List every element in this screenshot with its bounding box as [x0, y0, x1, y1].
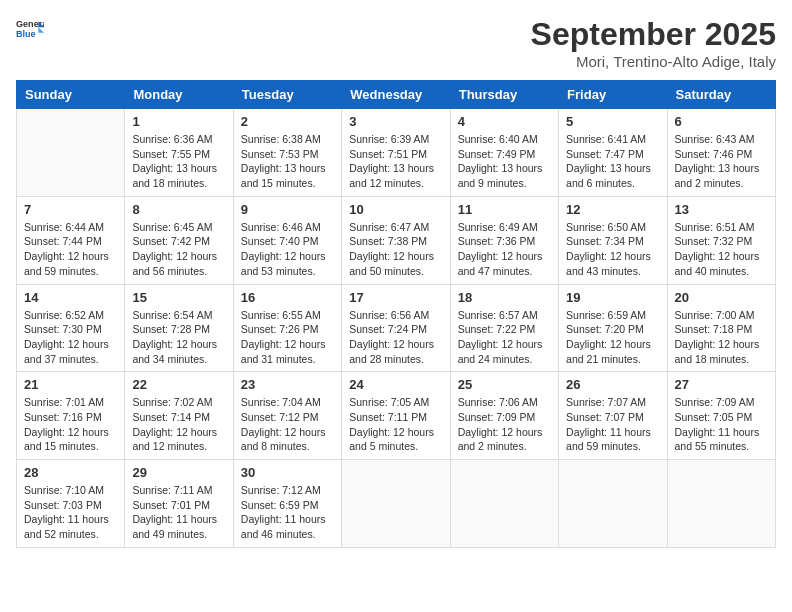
calendar-cell: 12Sunrise: 6:50 AM Sunset: 7:34 PM Dayli…: [559, 196, 667, 284]
svg-text:Blue: Blue: [16, 29, 36, 39]
calendar-cell: [17, 109, 125, 197]
day-info: Sunrise: 6:55 AM Sunset: 7:26 PM Dayligh…: [241, 308, 334, 367]
calendar-cell: 21Sunrise: 7:01 AM Sunset: 7:16 PM Dayli…: [17, 372, 125, 460]
day-number: 19: [566, 290, 659, 305]
calendar-cell: 1Sunrise: 6:36 AM Sunset: 7:55 PM Daylig…: [125, 109, 233, 197]
day-number: 27: [675, 377, 768, 392]
calendar-cell: 8Sunrise: 6:45 AM Sunset: 7:42 PM Daylig…: [125, 196, 233, 284]
day-number: 30: [241, 465, 334, 480]
day-number: 8: [132, 202, 225, 217]
calendar-cell: 22Sunrise: 7:02 AM Sunset: 7:14 PM Dayli…: [125, 372, 233, 460]
calendar-cell: 26Sunrise: 7:07 AM Sunset: 7:07 PM Dayli…: [559, 372, 667, 460]
day-info: Sunrise: 6:36 AM Sunset: 7:55 PM Dayligh…: [132, 132, 225, 191]
calendar-cell: 3Sunrise: 6:39 AM Sunset: 7:51 PM Daylig…: [342, 109, 450, 197]
day-info: Sunrise: 6:38 AM Sunset: 7:53 PM Dayligh…: [241, 132, 334, 191]
calendar-cell: [667, 460, 775, 548]
day-info: Sunrise: 7:09 AM Sunset: 7:05 PM Dayligh…: [675, 395, 768, 454]
day-info: Sunrise: 6:46 AM Sunset: 7:40 PM Dayligh…: [241, 220, 334, 279]
day-number: 12: [566, 202, 659, 217]
weekday-header-wednesday: Wednesday: [342, 81, 450, 109]
day-number: 20: [675, 290, 768, 305]
day-number: 16: [241, 290, 334, 305]
calendar-cell: 27Sunrise: 7:09 AM Sunset: 7:05 PM Dayli…: [667, 372, 775, 460]
day-number: 7: [24, 202, 117, 217]
day-info: Sunrise: 6:47 AM Sunset: 7:38 PM Dayligh…: [349, 220, 442, 279]
day-number: 9: [241, 202, 334, 217]
day-info: Sunrise: 6:44 AM Sunset: 7:44 PM Dayligh…: [24, 220, 117, 279]
calendar-cell: 6Sunrise: 6:43 AM Sunset: 7:46 PM Daylig…: [667, 109, 775, 197]
page-header: General Blue September 2025 Mori, Trenti…: [16, 16, 776, 70]
calendar-cell: [450, 460, 558, 548]
day-number: 5: [566, 114, 659, 129]
weekday-header-row: SundayMondayTuesdayWednesdayThursdayFrid…: [17, 81, 776, 109]
calendar-cell: 20Sunrise: 7:00 AM Sunset: 7:18 PM Dayli…: [667, 284, 775, 372]
calendar-cell: 4Sunrise: 6:40 AM Sunset: 7:49 PM Daylig…: [450, 109, 558, 197]
day-number: 11: [458, 202, 551, 217]
calendar-cell: 19Sunrise: 6:59 AM Sunset: 7:20 PM Dayli…: [559, 284, 667, 372]
calendar-week-row: 14Sunrise: 6:52 AM Sunset: 7:30 PM Dayli…: [17, 284, 776, 372]
day-info: Sunrise: 7:05 AM Sunset: 7:11 PM Dayligh…: [349, 395, 442, 454]
calendar-cell: 16Sunrise: 6:55 AM Sunset: 7:26 PM Dayli…: [233, 284, 341, 372]
weekday-header-sunday: Sunday: [17, 81, 125, 109]
day-number: 21: [24, 377, 117, 392]
calendar-cell: 17Sunrise: 6:56 AM Sunset: 7:24 PM Dayli…: [342, 284, 450, 372]
calendar-week-row: 1Sunrise: 6:36 AM Sunset: 7:55 PM Daylig…: [17, 109, 776, 197]
day-info: Sunrise: 6:56 AM Sunset: 7:24 PM Dayligh…: [349, 308, 442, 367]
calendar-week-row: 21Sunrise: 7:01 AM Sunset: 7:16 PM Dayli…: [17, 372, 776, 460]
calendar-cell: [559, 460, 667, 548]
day-info: Sunrise: 6:59 AM Sunset: 7:20 PM Dayligh…: [566, 308, 659, 367]
calendar-cell: 29Sunrise: 7:11 AM Sunset: 7:01 PM Dayli…: [125, 460, 233, 548]
title-area: September 2025 Mori, Trentino-Alto Adige…: [531, 16, 776, 70]
day-number: 10: [349, 202, 442, 217]
calendar-cell: 11Sunrise: 6:49 AM Sunset: 7:36 PM Dayli…: [450, 196, 558, 284]
day-number: 3: [349, 114, 442, 129]
calendar-cell: 28Sunrise: 7:10 AM Sunset: 7:03 PM Dayli…: [17, 460, 125, 548]
day-info: Sunrise: 6:54 AM Sunset: 7:28 PM Dayligh…: [132, 308, 225, 367]
day-info: Sunrise: 6:39 AM Sunset: 7:51 PM Dayligh…: [349, 132, 442, 191]
day-info: Sunrise: 7:06 AM Sunset: 7:09 PM Dayligh…: [458, 395, 551, 454]
day-info: Sunrise: 7:07 AM Sunset: 7:07 PM Dayligh…: [566, 395, 659, 454]
day-number: 28: [24, 465, 117, 480]
day-info: Sunrise: 6:50 AM Sunset: 7:34 PM Dayligh…: [566, 220, 659, 279]
location-title: Mori, Trentino-Alto Adige, Italy: [531, 53, 776, 70]
day-info: Sunrise: 7:02 AM Sunset: 7:14 PM Dayligh…: [132, 395, 225, 454]
day-info: Sunrise: 7:04 AM Sunset: 7:12 PM Dayligh…: [241, 395, 334, 454]
day-info: Sunrise: 7:11 AM Sunset: 7:01 PM Dayligh…: [132, 483, 225, 542]
day-info: Sunrise: 7:12 AM Sunset: 6:59 PM Dayligh…: [241, 483, 334, 542]
weekday-header-saturday: Saturday: [667, 81, 775, 109]
day-number: 6: [675, 114, 768, 129]
logo: General Blue: [16, 16, 44, 44]
day-number: 2: [241, 114, 334, 129]
day-number: 15: [132, 290, 225, 305]
day-info: Sunrise: 6:51 AM Sunset: 7:32 PM Dayligh…: [675, 220, 768, 279]
weekday-header-thursday: Thursday: [450, 81, 558, 109]
calendar-table: SundayMondayTuesdayWednesdayThursdayFrid…: [16, 80, 776, 548]
calendar-cell: 7Sunrise: 6:44 AM Sunset: 7:44 PM Daylig…: [17, 196, 125, 284]
day-number: 29: [132, 465, 225, 480]
day-number: 13: [675, 202, 768, 217]
weekday-header-friday: Friday: [559, 81, 667, 109]
month-title: September 2025: [531, 16, 776, 53]
calendar-cell: 13Sunrise: 6:51 AM Sunset: 7:32 PM Dayli…: [667, 196, 775, 284]
day-number: 24: [349, 377, 442, 392]
calendar-cell: 24Sunrise: 7:05 AM Sunset: 7:11 PM Dayli…: [342, 372, 450, 460]
calendar-cell: 10Sunrise: 6:47 AM Sunset: 7:38 PM Dayli…: [342, 196, 450, 284]
day-info: Sunrise: 6:45 AM Sunset: 7:42 PM Dayligh…: [132, 220, 225, 279]
weekday-header-monday: Monday: [125, 81, 233, 109]
weekday-header-tuesday: Tuesday: [233, 81, 341, 109]
day-number: 22: [132, 377, 225, 392]
day-number: 23: [241, 377, 334, 392]
calendar-cell: 2Sunrise: 6:38 AM Sunset: 7:53 PM Daylig…: [233, 109, 341, 197]
calendar-cell: 14Sunrise: 6:52 AM Sunset: 7:30 PM Dayli…: [17, 284, 125, 372]
calendar-cell: [342, 460, 450, 548]
day-number: 1: [132, 114, 225, 129]
day-number: 14: [24, 290, 117, 305]
calendar-cell: 9Sunrise: 6:46 AM Sunset: 7:40 PM Daylig…: [233, 196, 341, 284]
day-number: 25: [458, 377, 551, 392]
calendar-cell: 25Sunrise: 7:06 AM Sunset: 7:09 PM Dayli…: [450, 372, 558, 460]
day-info: Sunrise: 7:10 AM Sunset: 7:03 PM Dayligh…: [24, 483, 117, 542]
day-number: 4: [458, 114, 551, 129]
calendar-cell: 23Sunrise: 7:04 AM Sunset: 7:12 PM Dayli…: [233, 372, 341, 460]
day-info: Sunrise: 6:57 AM Sunset: 7:22 PM Dayligh…: [458, 308, 551, 367]
calendar-cell: 5Sunrise: 6:41 AM Sunset: 7:47 PM Daylig…: [559, 109, 667, 197]
